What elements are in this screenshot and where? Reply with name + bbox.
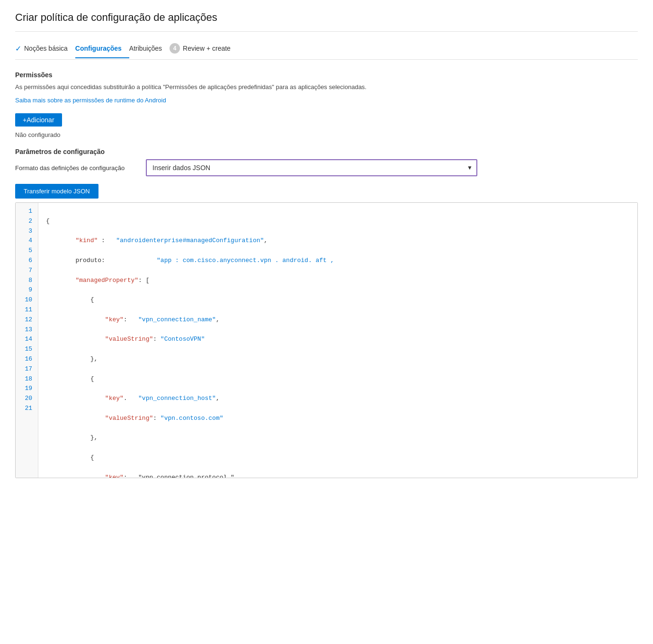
wizard-step-assignments[interactable]: Atribuições [129,41,170,58]
code-line-7: "valueString": "ContosoVPN" [46,335,630,345]
code-line-1: { [46,217,630,227]
code-line-2: "kind" : "androidenterprise#managedConfi… [46,236,630,246]
code-line-11: "valueString": "vpn.contoso.com" [46,414,630,424]
ln-4: 4 [21,236,32,246]
ln-17: 17 [21,364,32,374]
wizard-step-basics[interactable]: ✓ Noções básica [15,40,75,59]
code-line-6: "key": "vpn_connection_name", [46,315,630,325]
step-basics-label: Noções básica [24,45,68,52]
step-review-number: 4 [170,43,180,54]
config-format-row: Formato das definições de configuração I… [15,159,638,176]
json-editor-container: 1 2 3 4 5 6 7 8 9 10 11 12 13 14 [15,202,638,478]
ln-19: 19 [21,384,32,394]
wizard-nav: ✓ Noções básica Configurações Atribuiçõe… [15,39,638,60]
json-code-content[interactable]: { "kind" : "androidenterprise#managedCon… [38,203,637,478]
wizard-step-review[interactable]: 4 Review + create [170,39,238,59]
ln-10: 10 [21,295,32,305]
step-review-label: Review + create [183,45,231,52]
download-json-button[interactable]: Transferir modelo JSON [15,184,98,199]
ln-6: 6 [21,256,32,266]
step-settings-label: Configurações [75,45,122,52]
code-line-9: { [46,374,630,384]
config-format-label: Formato das definições de configuração [15,164,138,172]
config-format-select[interactable]: Inserir dados JSON Usar designer de conf… [146,159,477,176]
ln-21: 21 [21,404,32,414]
code-line-14: "key": "vpn_connection_protocol ", [46,473,630,478]
ln-14: 14 [21,335,32,345]
line-numbers-panel: 1 2 3 4 5 6 7 8 9 10 11 12 13 14 [16,203,38,478]
ln-18: 18 [21,374,32,384]
config-format-select-wrapper: Inserir dados JSON Usar designer de conf… [146,159,477,176]
title-divider [15,31,638,32]
ln-7: 7 [21,266,32,276]
page-title: Criar política de configuração de aplica… [15,11,638,24]
ln-8: 8 [21,276,32,286]
code-line-5: { [46,295,630,305]
not-configured-text: Não configurado [15,131,638,138]
ln-16: 16 [21,354,32,364]
add-permission-button[interactable]: +Adicionar [15,113,62,127]
ln-20: 20 [21,394,32,404]
wizard-step-settings[interactable]: Configurações [75,41,129,58]
code-line-3: produto: "app : com.cisco.anyconnect.vpn… [46,256,630,266]
step-check-icon: ✓ [15,44,21,53]
code-line-10: "key". "vpn_connection_host", [46,394,630,404]
ln-1: 1 [21,207,32,217]
ln-12: 12 [21,315,32,325]
config-params-title: Parâmetros de configuração [15,148,638,155]
permissions-link: Saiba mais sobre as permissões de runtim… [15,96,638,105]
ln-5: 5 [21,246,32,256]
permissions-section: Permissões As permissões aqui concedidas… [15,71,638,138]
permissions-desc: As permissões aqui concedidas substituir… [15,82,638,92]
ln-9: 9 [21,285,32,295]
step-assignments-label: Atribuições [129,45,162,52]
code-line-13: { [46,453,630,463]
json-editor-outer: 1 2 3 4 5 6 7 8 9 10 11 12 13 14 [15,202,638,478]
ln-13: 13 [21,325,32,335]
ln-2: 2 [21,217,32,227]
ln-15: 15 [21,345,32,354]
ln-3: 3 [21,227,32,236]
permissions-title: Permissões [15,71,638,79]
config-params-section: Parâmetros de configuração Formato das d… [15,148,638,478]
code-line-4: "managedProperty": [ [46,276,630,286]
json-editor[interactable]: 1 2 3 4 5 6 7 8 9 10 11 12 13 14 [16,203,637,478]
ln-11: 11 [21,305,32,315]
code-line-8: }, [46,354,630,364]
android-runtime-link[interactable]: Saiba mais sobre as permissões de runtim… [15,97,166,104]
code-line-12: }, [46,433,630,443]
page-container: Criar política de configuração de aplica… [0,0,653,490]
